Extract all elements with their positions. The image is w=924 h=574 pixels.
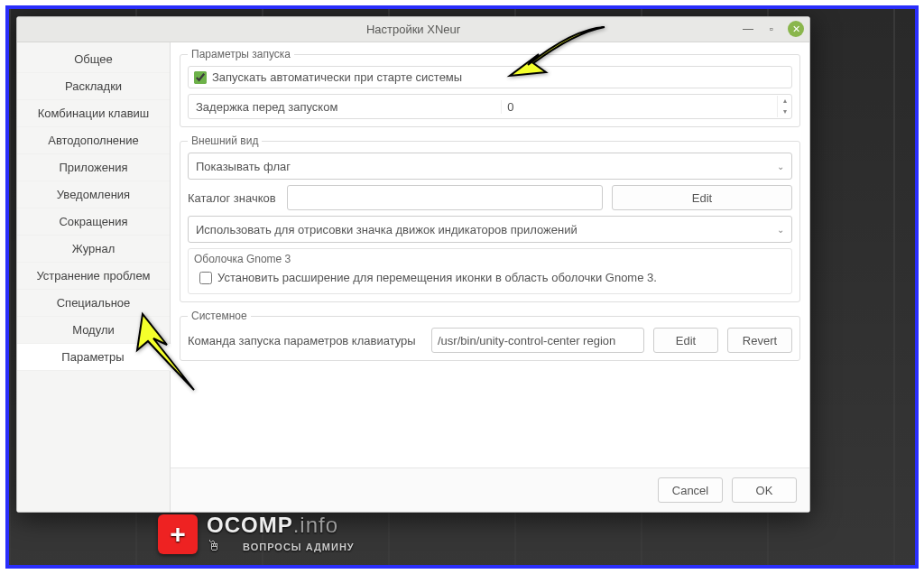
icon-dir-label: Каталог значков [188, 191, 278, 205]
gnome3-checkbox-row[interactable]: Установить расширение для перемещения ик… [194, 267, 786, 288]
sidebar-item-3[interactable]: Автодополнение [17, 127, 170, 154]
settings-dialog: Настройки XNeur — ▫ ✕ ОбщееРаскладкиКомб… [16, 16, 810, 513]
close-button[interactable]: ✕ [788, 21, 804, 37]
autostart-checkbox-row[interactable]: Запускать автоматически при старте систе… [188, 66, 792, 88]
mouse-icon: 🖱 [207, 538, 243, 556]
minimize-button[interactable]: — [741, 22, 755, 36]
sidebar-item-8[interactable]: Устранение проблем [17, 263, 170, 290]
startup-delay-input[interactable] [502, 100, 777, 114]
icon-dir-input[interactable] [287, 185, 603, 210]
system-fieldset: Системное Команда запуска параметров кла… [180, 310, 800, 361]
keyboard-command-revert-button[interactable]: Revert [727, 328, 792, 353]
ok-button[interactable]: OK [732, 477, 797, 503]
chevron-down-icon: ⌄ [777, 225, 784, 235]
startup-legend: Параметры запуска [188, 48, 294, 60]
sidebar-item-6[interactable]: Сокращения [17, 208, 170, 236]
system-legend: Системное [188, 310, 251, 322]
ocomp-logo: + OCOMP.info 🖱 ВОПРОСЫ АДМИНУ [158, 513, 355, 556]
maximize-button[interactable]: ▫ [764, 22, 779, 36]
sidebar-item-10[interactable]: Модули [17, 317, 170, 344]
sidebar-item-5[interactable]: Уведомления [17, 181, 170, 208]
window-title: Настройки XNeur [366, 23, 460, 36]
dialog-footer: Cancel OK [171, 468, 809, 512]
logo-badge-icon: + [158, 514, 198, 554]
startup-delay-spinner[interactable]: ▴ ▾ [777, 96, 791, 117]
gnome3-check-label: Установить расширение для перемещения ик… [217, 271, 657, 284]
spinner-up-icon[interactable]: ▴ [778, 96, 791, 106]
sidebar-item-11[interactable]: Параметры [17, 344, 171, 371]
sidebar-item-9[interactable]: Специальное [17, 290, 170, 317]
appearance-legend: Внешний вид [188, 134, 262, 147]
keyboard-command-edit-button[interactable]: Edit [653, 328, 718, 353]
sidebar-item-2[interactable]: Комбинации клавиш [17, 100, 170, 127]
cancel-button[interactable]: Cancel [658, 477, 723, 503]
gnome3-group: Оболочка Gnome 3 Установить расширение д… [188, 248, 792, 294]
autostart-checkbox[interactable] [194, 71, 207, 84]
titlebar: Настройки XNeur — ▫ ✕ [17, 17, 809, 42]
chevron-down-icon: ⌄ [777, 162, 784, 171]
sidebar-item-1[interactable]: Раскладки [17, 73, 170, 100]
icon-dir-edit-button[interactable]: Edit [612, 185, 792, 210]
indicator-engine-select[interactable]: Использовать для отрисовки значка движок… [188, 216, 792, 243]
sidebar: ОбщееРаскладкиКомбинации клавишАвтодопол… [17, 42, 171, 512]
gnome3-checkbox[interactable] [199, 272, 212, 284]
appearance-fieldset: Внешний вид Показывать флаг ⌄ Каталог зн… [180, 134, 800, 302]
keyboard-command-input[interactable] [431, 328, 644, 353]
keyboard-command-label: Команда запуска параметров клавиатуры [188, 334, 422, 347]
startup-fieldset: Параметры запуска Запускать автоматическ… [180, 48, 800, 127]
show-flag-select[interactable]: Показывать флаг ⌄ [188, 153, 792, 180]
gnome3-title: Оболочка Gnome 3 [194, 253, 786, 265]
spinner-down-icon[interactable]: ▾ [778, 106, 791, 117]
autostart-label: Запускать автоматически при старте систе… [212, 70, 462, 84]
sidebar-item-4[interactable]: Приложения [17, 154, 170, 181]
startup-delay-row: Задержка перед запуском ▴ ▾ [188, 94, 792, 119]
sidebar-item-0[interactable]: Общее [17, 46, 170, 73]
startup-delay-label: Задержка перед запуском [189, 100, 502, 114]
sidebar-item-7[interactable]: Журнал [17, 236, 170, 263]
